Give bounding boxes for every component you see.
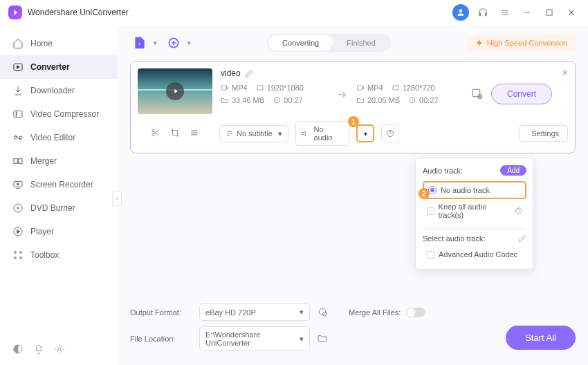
svg-rect-37 [472,89,480,97]
sidebar-item-converter[interactable]: Converter [0,55,118,79]
chevron-down-icon[interactable]: ▾ [154,39,157,46]
video-icon [356,84,365,92]
sidebar-item-recorder[interactable]: Screen Recorder [0,173,118,196]
file-location-label: File Location: [130,335,192,343]
close-icon[interactable] [563,4,580,21]
support-icon[interactable] [475,4,491,21]
notification-icon[interactable] [33,344,44,357]
video-thumbnail[interactable] [138,68,212,114]
minimize-icon[interactable] [519,4,535,21]
output-settings-icon[interactable] [468,84,487,104]
chevron-down-icon: ▾ [300,335,304,344]
sidebar-item-downloader[interactable]: Downloader [0,79,118,102]
output-format-label: Output Format: [130,308,192,317]
svg-marker-22 [17,230,20,233]
option-no-audio[interactable]: No audio track2 [423,181,526,199]
chevron-down-icon: ▾ [300,308,304,317]
sidebar-item-editor[interactable]: Video Editor [0,126,118,149]
bottom-bar: Output Format: eBay HD 720P▾ Merge All F… [130,303,576,357]
svg-point-17 [17,183,19,185]
add-url-icon[interactable] [164,33,183,53]
svg-rect-5 [546,10,552,15]
svg-point-25 [15,257,17,259]
crop-icon[interactable] [170,128,180,140]
menu-icon[interactable] [497,4,513,21]
sidebar-item-home[interactable]: Home [0,32,118,55]
svg-rect-32 [257,86,263,90]
chevron-down-icon[interactable]: ▾ [187,39,191,46]
clock-icon [273,96,281,104]
svg-rect-10 [14,111,22,117]
sidebar-item-merger[interactable]: Merger [0,149,118,173]
resolution-icon [392,84,400,92]
high-speed-badge[interactable]: High Speed Conversion [467,35,576,50]
theme-icon[interactable] [12,344,24,357]
svg-point-11 [14,136,17,139]
svg-marker-9 [17,66,19,68]
svg-point-24 [20,252,22,254]
merge-toggle[interactable] [406,308,425,317]
help-icon[interactable] [381,124,399,142]
svg-text:+: + [138,41,142,48]
sidebar-item-toolbox[interactable]: Toolbox [0,243,118,267]
sidebar-item-compressor[interactable]: Video Compressor [0,102,118,126]
edit-icon[interactable] [245,69,253,77]
option-keep-all[interactable]: Keep all audio track(s) [423,199,526,223]
svg-rect-15 [19,159,22,164]
subtitle-dropdown[interactable]: No subtitle▾ [219,125,288,142]
sidebar: Home Converter Downloader Video Compress… [0,25,118,365]
select-track-label: Select audio track: [423,234,486,243]
resolution-icon [256,84,264,92]
video-icon [221,84,229,92]
settings-gear-icon[interactable] [54,344,65,357]
output-settings-icon[interactable] [317,306,328,319]
collapse-sidebar-icon[interactable]: ‹ [112,191,122,206]
annotation-2: 2 [419,188,430,199]
convert-button[interactable]: Convert [491,84,552,104]
output-format-dropdown[interactable]: eBay HD 720P▾ [199,303,310,321]
tab-group: Converting Finished [267,34,391,52]
svg-line-13 [15,135,21,140]
chevron-down-icon: ▾ [364,130,367,138]
checkbox-icon [427,207,434,215]
settings-button[interactable]: Settings [519,125,568,142]
annotation-1: 1 [348,116,359,127]
video-card: × video MP4 1920*1080 33.46 MB 0 [130,61,576,153]
more-icon[interactable] [190,128,199,140]
audio-dropdown-chevron[interactable]: ▾1 [356,124,374,142]
maximize-icon[interactable] [541,4,558,21]
content-area: ‹ +▾ ▾ Converting Finished High Speed Co… [118,25,588,365]
edit-icon[interactable] [518,234,526,243]
tab-finished[interactable]: Finished [333,35,389,50]
trim-icon[interactable] [151,128,160,140]
checkbox-icon [427,251,434,259]
svg-point-23 [15,252,17,254]
play-icon[interactable] [166,82,184,100]
open-folder-icon[interactable] [317,333,328,345]
svg-point-0 [459,9,463,12]
sidebar-item-player[interactable]: Player [0,220,118,243]
option-aac[interactable]: Advanced Audio Codec [423,247,526,262]
svg-rect-31 [222,86,227,90]
arrow-right-icon: ➜ [338,88,347,101]
user-icon[interactable] [452,4,469,21]
add-button[interactable]: Add [500,165,526,176]
file-location-dropdown[interactable]: E:\Wondershare UniConverter▾ [199,326,310,351]
close-icon[interactable]: × [562,67,568,78]
svg-rect-35 [393,86,398,90]
svg-point-49 [319,308,325,315]
start-all-button[interactable]: Start All [506,326,576,350]
svg-point-20 [17,207,19,209]
audio-track-popup: Audio track:Add No audio track2 Keep all… [415,158,534,270]
merge-label: Merge All Files: [349,308,401,317]
popup-header: Audio track: [423,167,463,175]
clock-icon [408,96,416,104]
app-title: Wondershare UniConverter [28,8,129,17]
titlebar: Wondershare UniConverter [0,0,588,25]
help-icon[interactable] [515,207,522,215]
add-file-icon[interactable]: + [130,33,149,53]
tab-converting[interactable]: Converting [268,35,333,50]
svg-point-28 [58,348,61,350]
audio-dropdown[interactable]: No audio [295,121,349,146]
sidebar-item-dvd[interactable]: DVD Burner [0,196,118,220]
